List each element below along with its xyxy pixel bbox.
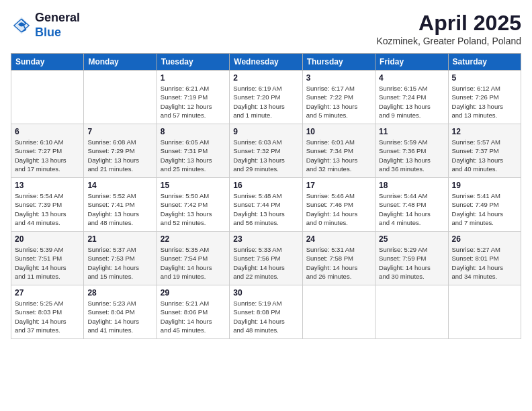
weekday-header-monday: Monday: [84, 54, 157, 71]
week-row-5: 27Sunrise: 5:25 AM Sunset: 8:03 PM Dayli…: [11, 285, 521, 339]
day-number: 23: [233, 234, 298, 244]
day-number: 16: [233, 181, 298, 190]
week-row-1: 1Sunrise: 6:21 AM Sunset: 7:19 PM Daylig…: [11, 71, 521, 124]
calendar-cell: 5Sunrise: 6:12 AM Sunset: 7:26 PM Daylig…: [448, 71, 521, 124]
day-info: Sunrise: 5:23 AM Sunset: 8:04 PM Dayligh…: [87, 299, 152, 334]
logo-icon: [11, 15, 32, 36]
calendar-cell: 12Sunrise: 5:57 AM Sunset: 7:37 PM Dayli…: [448, 124, 521, 178]
calendar-cell: 23Sunrise: 5:33 AM Sunset: 7:56 PM Dayli…: [230, 232, 302, 285]
day-number: 26: [452, 234, 517, 244]
calendar-cell: [84, 71, 157, 124]
title-block: April 2025 Kozminek, Greater Poland, Pol…: [376, 11, 521, 46]
day-number: 2: [233, 73, 298, 83]
day-info: Sunrise: 5:48 AM Sunset: 7:44 PM Dayligh…: [233, 191, 298, 227]
day-number: 3: [306, 73, 371, 83]
logo-blue: Blue: [35, 26, 61, 39]
day-info: Sunrise: 5:57 AM Sunset: 7:37 PM Dayligh…: [452, 138, 517, 173]
day-number: 11: [379, 127, 444, 136]
day-info: Sunrise: 6:15 AM Sunset: 7:24 PM Dayligh…: [379, 84, 444, 120]
calendar-cell: 1Sunrise: 6:21 AM Sunset: 7:19 PM Daylig…: [157, 71, 229, 124]
calendar-cell: 10Sunrise: 6:01 AM Sunset: 7:34 PM Dayli…: [302, 124, 375, 178]
day-number: 28: [87, 288, 152, 298]
day-info: Sunrise: 6:21 AM Sunset: 7:19 PM Dayligh…: [161, 84, 226, 120]
day-info: Sunrise: 5:39 AM Sunset: 7:51 PM Dayligh…: [15, 245, 80, 281]
day-info: Sunrise: 5:25 AM Sunset: 8:03 PM Dayligh…: [15, 299, 80, 334]
logo-text: General Blue: [35, 11, 80, 40]
calendar-cell: 22Sunrise: 5:35 AM Sunset: 7:54 PM Dayli…: [157, 232, 229, 285]
weekday-header-saturday: Saturday: [448, 54, 521, 71]
day-number: 15: [161, 181, 226, 190]
calendar-cell: 15Sunrise: 5:50 AM Sunset: 7:42 PM Dayli…: [157, 178, 229, 232]
day-number: 24: [306, 234, 371, 244]
calendar-cell: 24Sunrise: 5:31 AM Sunset: 7:58 PM Dayli…: [302, 232, 375, 285]
day-info: Sunrise: 6:05 AM Sunset: 7:31 PM Dayligh…: [161, 138, 226, 173]
week-row-4: 20Sunrise: 5:39 AM Sunset: 7:51 PM Dayli…: [11, 232, 521, 285]
calendar-cell: 21Sunrise: 5:37 AM Sunset: 7:53 PM Dayli…: [84, 232, 157, 285]
page-header: General Blue April 2025 Kozminek, Greate…: [11, 11, 521, 46]
calendar-cell: 17Sunrise: 5:46 AM Sunset: 7:46 PM Dayli…: [302, 178, 375, 232]
day-info: Sunrise: 6:19 AM Sunset: 7:20 PM Dayligh…: [233, 84, 298, 120]
day-info: Sunrise: 6:12 AM Sunset: 7:26 PM Dayligh…: [452, 84, 517, 120]
calendar-cell: 14Sunrise: 5:52 AM Sunset: 7:41 PM Dayli…: [84, 178, 157, 232]
calendar-cell: 4Sunrise: 6:15 AM Sunset: 7:24 PM Daylig…: [375, 71, 448, 124]
day-number: 14: [87, 181, 152, 190]
day-info: Sunrise: 6:10 AM Sunset: 7:27 PM Dayligh…: [15, 138, 80, 173]
calendar-cell: 3Sunrise: 6:17 AM Sunset: 7:22 PM Daylig…: [302, 71, 375, 124]
day-info: Sunrise: 6:08 AM Sunset: 7:29 PM Dayligh…: [87, 138, 152, 173]
calendar-table: SundayMondayTuesdayWednesdayThursdayFrid…: [11, 53, 521, 339]
calendar-cell: 9Sunrise: 6:03 AM Sunset: 7:32 PM Daylig…: [230, 124, 302, 178]
day-info: Sunrise: 5:37 AM Sunset: 7:53 PM Dayligh…: [87, 245, 152, 281]
calendar-cell: 8Sunrise: 6:05 AM Sunset: 7:31 PM Daylig…: [157, 124, 229, 178]
calendar-cell: 19Sunrise: 5:41 AM Sunset: 7:49 PM Dayli…: [448, 178, 521, 232]
calendar-cell: 7Sunrise: 6:08 AM Sunset: 7:29 PM Daylig…: [84, 124, 157, 178]
calendar-cell: 20Sunrise: 5:39 AM Sunset: 7:51 PM Dayli…: [11, 232, 84, 285]
weekday-header-tuesday: Tuesday: [157, 54, 229, 71]
day-number: 29: [161, 288, 226, 298]
day-info: Sunrise: 5:50 AM Sunset: 7:42 PM Dayligh…: [161, 191, 226, 227]
calendar-cell: 30Sunrise: 5:19 AM Sunset: 8:08 PM Dayli…: [230, 285, 302, 339]
day-info: Sunrise: 5:19 AM Sunset: 8:08 PM Dayligh…: [233, 299, 298, 334]
day-number: 4: [379, 73, 444, 83]
month-title: April 2025: [376, 11, 521, 36]
day-info: Sunrise: 5:54 AM Sunset: 7:39 PM Dayligh…: [15, 191, 80, 227]
day-number: 20: [15, 234, 80, 244]
logo-general: General: [35, 11, 80, 24]
day-info: Sunrise: 5:31 AM Sunset: 7:58 PM Dayligh…: [306, 245, 371, 281]
day-number: 6: [15, 127, 80, 136]
calendar-cell: 13Sunrise: 5:54 AM Sunset: 7:39 PM Dayli…: [11, 178, 84, 232]
week-row-3: 13Sunrise: 5:54 AM Sunset: 7:39 PM Dayli…: [11, 178, 521, 232]
day-number: 13: [15, 181, 80, 190]
day-info: Sunrise: 5:44 AM Sunset: 7:48 PM Dayligh…: [379, 191, 444, 227]
calendar-cell: [302, 285, 375, 339]
day-info: Sunrise: 5:27 AM Sunset: 8:01 PM Dayligh…: [452, 245, 517, 281]
day-number: 7: [87, 127, 152, 136]
day-number: 8: [161, 127, 226, 136]
location: Kozminek, Greater Poland, Poland: [376, 36, 521, 46]
week-row-2: 6Sunrise: 6:10 AM Sunset: 7:27 PM Daylig…: [11, 124, 521, 178]
day-info: Sunrise: 5:52 AM Sunset: 7:41 PM Dayligh…: [87, 191, 152, 227]
calendar-cell: 2Sunrise: 6:19 AM Sunset: 7:20 PM Daylig…: [230, 71, 302, 124]
day-info: Sunrise: 6:17 AM Sunset: 7:22 PM Dayligh…: [306, 84, 371, 120]
day-number: 1: [161, 73, 226, 83]
day-info: Sunrise: 6:03 AM Sunset: 7:32 PM Dayligh…: [233, 138, 298, 173]
weekday-header-wednesday: Wednesday: [230, 54, 302, 71]
day-info: Sunrise: 5:46 AM Sunset: 7:46 PM Dayligh…: [306, 191, 371, 227]
day-number: 18: [379, 181, 444, 190]
logo: General Blue: [11, 11, 80, 40]
day-number: 22: [161, 234, 226, 244]
day-number: 10: [306, 127, 371, 136]
day-number: 5: [452, 73, 517, 83]
day-info: Sunrise: 5:29 AM Sunset: 7:59 PM Dayligh…: [379, 245, 444, 281]
day-info: Sunrise: 5:59 AM Sunset: 7:36 PM Dayligh…: [379, 138, 444, 173]
day-number: 30: [233, 288, 298, 298]
day-info: Sunrise: 5:41 AM Sunset: 7:49 PM Dayligh…: [452, 191, 517, 227]
day-info: Sunrise: 5:21 AM Sunset: 8:06 PM Dayligh…: [161, 299, 226, 334]
weekday-header-sunday: Sunday: [11, 54, 84, 71]
calendar-cell: 25Sunrise: 5:29 AM Sunset: 7:59 PM Dayli…: [375, 232, 448, 285]
calendar-cell: 27Sunrise: 5:25 AM Sunset: 8:03 PM Dayli…: [11, 285, 84, 339]
day-info: Sunrise: 5:33 AM Sunset: 7:56 PM Dayligh…: [233, 245, 298, 281]
weekday-header-friday: Friday: [375, 54, 448, 71]
day-number: 9: [233, 127, 298, 136]
day-info: Sunrise: 6:01 AM Sunset: 7:34 PM Dayligh…: [306, 138, 371, 173]
calendar-cell: 28Sunrise: 5:23 AM Sunset: 8:04 PM Dayli…: [84, 285, 157, 339]
